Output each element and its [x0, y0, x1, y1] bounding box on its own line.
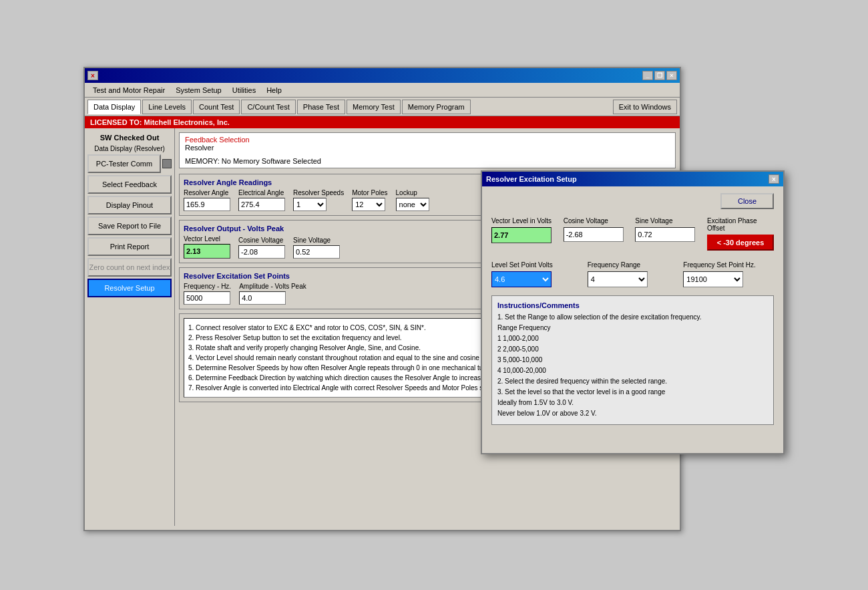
- desktop: × _ ❐ × Test and Motor Repair System Set…: [0, 0, 868, 590]
- maximize-btn[interactable]: ❐: [654, 71, 665, 80]
- dialog-close-button[interactable]: Close: [720, 193, 774, 209]
- dialog-cosine-voltage-field: Cosine Voltage: [564, 217, 630, 251]
- dialog-close-icon[interactable]: ×: [769, 174, 779, 184]
- tab-memory-program[interactable]: Memory Program: [402, 100, 471, 114]
- save-report-to-file-button[interactable]: Save Report to File: [87, 216, 172, 235]
- license-bar: LICENSED TO: Mitchell Electronics, Inc.: [85, 116, 680, 128]
- zero-count-button: Zero count on next index: [87, 258, 172, 277]
- feedback-section: Feedback Selection Resolver MEMORY: No M…: [179, 132, 676, 168]
- dialog-instruction-3a: Ideally from 1.5V to 3.0 V.: [497, 398, 768, 408]
- dialog-content: Close Vector Level in Volts Cosine Volta…: [482, 186, 783, 432]
- resolver-angle-field: Resolver Angle: [184, 189, 230, 211]
- amplitude-volts-label: Amplitude - Volts Peak: [239, 283, 306, 290]
- dialog-frequency-range-select[interactable]: 4123: [588, 271, 648, 287]
- select-feedback-button[interactable]: Select Feedback: [87, 175, 172, 194]
- dialog-instruction-range-4: 4 10,000-20,000: [497, 365, 768, 376]
- menu-test-motor-repair[interactable]: Test and Motor Repair: [87, 85, 170, 96]
- dialog-frequency-setpoint-field: Frequency Set Point Hz. 1910010000150002…: [683, 261, 774, 287]
- tab-memory-test[interactable]: Memory Test: [347, 100, 401, 114]
- display-pinout-button[interactable]: Display Pinout: [87, 196, 172, 214]
- main-close-icon[interactable]: ×: [87, 71, 98, 80]
- dialog-vector-level-input[interactable]: [491, 227, 552, 243]
- dialog-instruction-range-1: 1 1,000-2,000: [497, 333, 768, 344]
- comm-indicator: [162, 159, 172, 168]
- motor-poles-field: Motor Poles 122468: [352, 189, 387, 211]
- dialog-sine-voltage-label: Sine Voltage: [635, 217, 702, 225]
- dialog-frequency-range-label: Frequency Range: [588, 261, 678, 269]
- dialog-frequency-setpoint-label: Frequency Set Point Hz.: [683, 261, 774, 269]
- dialog-frequency-range-field: Frequency Range 4123: [588, 261, 678, 287]
- sine-voltage-field: Sine Voltage: [293, 237, 340, 259]
- dialog-instruction-1: 1. Set the Range to allow selection of t…: [497, 312, 768, 323]
- dialog-title: Resolver Excitation Setup: [486, 175, 577, 183]
- dialog-level-setpoint-label: Level Set Point Volts: [491, 261, 582, 269]
- vector-level-field: Vector Level: [184, 235, 230, 259]
- motor-poles-label: Motor Poles: [352, 189, 387, 196]
- cosine-voltage-label: Cosine Voltage: [238, 237, 285, 244]
- main-title-bar: × _ ❐ ×: [85, 68, 680, 83]
- menu-utilities[interactable]: Utilities: [227, 85, 261, 96]
- resolver-angle-label: Resolver Angle: [184, 189, 230, 196]
- dialog-level-setpoint-field: Level Set Point Volts 4.61.02.03.0: [491, 261, 582, 287]
- dialog-frequency-setpoint-select[interactable]: 19100100001500020000: [683, 271, 743, 287]
- dialog-title-bar: Resolver Excitation Setup ×: [482, 172, 783, 186]
- dialog-instruction-range-2: 2 2,000-5,000: [497, 344, 768, 355]
- dialog-instruction-3: 3. Set the level so that the vector leve…: [497, 387, 768, 398]
- electrical-angle-input[interactable]: [238, 198, 285, 211]
- pc-tester-comm-button[interactable]: PC-Tester Comm: [87, 154, 161, 173]
- sine-voltage-input[interactable]: [293, 245, 340, 259]
- dialog-instruction-3b: Never below 1.0V or above 3.2 V.: [497, 408, 768, 419]
- tab-ccount-test[interactable]: C/Count Test: [241, 100, 295, 114]
- sw-checked-out-label: SW Checked Out: [87, 132, 172, 143]
- close-btn[interactable]: ×: [666, 71, 677, 80]
- dialog-instructions-title: Instructions/Comments: [497, 301, 768, 309]
- dialog-vector-level-label: Vector Level in Volts: [491, 217, 558, 225]
- frequency-hz-input[interactable]: [184, 291, 230, 305]
- vector-level-input[interactable]: [184, 244, 230, 259]
- lockup-label: Lockup: [396, 189, 429, 196]
- dialog-excitation-phase-field: Excitation Phase Offset < -30 degrees: [707, 217, 774, 251]
- cosine-voltage-field: Cosine Voltage: [238, 237, 285, 259]
- amplitude-volts-input[interactable]: [239, 291, 286, 305]
- vector-level-label: Vector Level: [184, 235, 230, 243]
- menu-help[interactable]: Help: [261, 85, 287, 96]
- resolver-speeds-label: Resolver Speeds: [293, 189, 344, 196]
- dialog-fields-grid2: Level Set Point Volts 4.61.02.03.0 Frequ…: [491, 261, 774, 287]
- toolbar: Data Display Line Levels Count Test C/Co…: [85, 98, 680, 116]
- dialog-fields-grid: Vector Level in Volts Cosine Voltage Sin…: [491, 217, 774, 251]
- tab-phase-test[interactable]: Phase Test: [297, 100, 345, 114]
- dialog-sine-voltage-field: Sine Voltage: [635, 217, 702, 251]
- dialog-instruction-range-header: Range Frequency: [497, 323, 768, 333]
- tab-count-test[interactable]: Count Test: [193, 100, 240, 114]
- memory-label: MEMORY: No Memory Software Selected: [185, 157, 670, 165]
- resolver-speeds-select[interactable]: 123: [293, 198, 327, 211]
- lockup-field: Lockup noneyes: [396, 189, 429, 211]
- sine-voltage-label: Sine Voltage: [293, 237, 340, 244]
- feedback-value: Resolver: [185, 144, 670, 152]
- cosine-voltage-input[interactable]: [238, 245, 285, 259]
- frequency-hz-label: Frequency - Hz.: [184, 283, 231, 290]
- resolver-angle-input[interactable]: [184, 198, 230, 211]
- frequency-hz-field: Frequency - Hz.: [184, 283, 231, 305]
- amplitude-volts-field: Amplitude - Volts Peak: [239, 283, 306, 305]
- menu-bar: Test and Motor Repair System Setup Utili…: [85, 83, 680, 98]
- menu-system-setup[interactable]: System Setup: [170, 85, 226, 96]
- resolver-setup-button[interactable]: Resolver Setup: [87, 279, 172, 297]
- tab-line-levels[interactable]: Line Levels: [142, 100, 192, 114]
- resolver-excitation-dialog: Resolver Excitation Setup × Close Vector…: [481, 170, 785, 454]
- feedback-title: Feedback Selection: [185, 136, 670, 144]
- tab-data-display[interactable]: Data Display: [87, 100, 141, 114]
- dialog-cosine-voltage-input[interactable]: [564, 227, 624, 242]
- motor-poles-select[interactable]: 122468: [352, 198, 385, 211]
- print-report-button[interactable]: Print Report: [87, 237, 172, 256]
- electrical-angle-label: Electrical Angle: [238, 189, 285, 196]
- dialog-sine-voltage-input[interactable]: [635, 227, 695, 242]
- minimize-btn[interactable]: _: [642, 71, 653, 80]
- lockup-select[interactable]: noneyes: [396, 198, 429, 211]
- dialog-excitation-phase-label: Excitation Phase Offset: [707, 217, 774, 232]
- sidebar: SW Checked Out Data Display (Resolver) P…: [85, 128, 175, 526]
- exit-to-windows-button[interactable]: Exit to Windows: [613, 100, 677, 114]
- dialog-level-setpoint-select[interactable]: 4.61.02.03.0: [491, 271, 552, 287]
- resolver-speeds-field: Resolver Speeds 123: [293, 189, 344, 211]
- dialog-instruction-range-3: 3 5,000-10,000: [497, 355, 768, 365]
